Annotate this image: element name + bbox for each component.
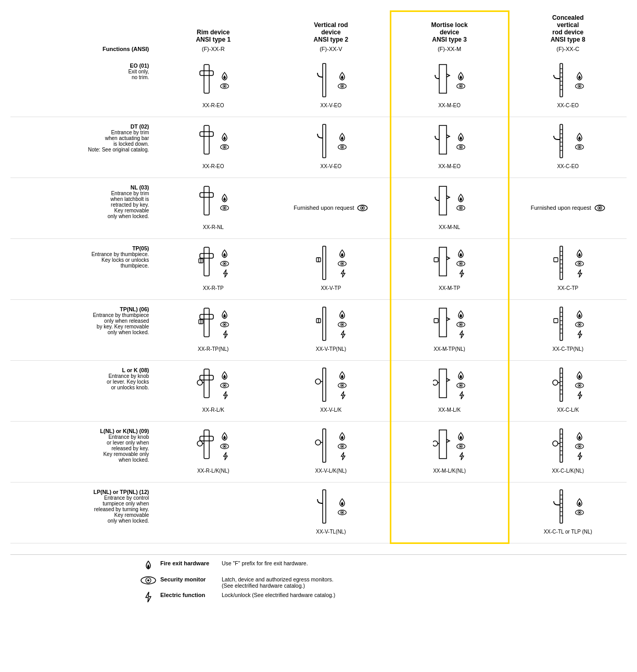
- device-diagram: XX-C-TP(NL): [509, 306, 627, 352]
- function-desc: Entrance by knob or lever only when rele…: [10, 434, 149, 463]
- device-cell-rim: XX-R-TP(NL): [154, 299, 272, 360]
- bolt-indicator-icon: [458, 269, 464, 278]
- fire-indicator-icon: [576, 310, 583, 320]
- device-code: XX-R-TP(NL): [198, 346, 228, 352]
- device-code: XX-V-EO: [321, 103, 342, 108]
- device-cell-concealed: XX-C-TP(NL): [508, 299, 627, 360]
- device-icons: [433, 184, 466, 222]
- device-cell-vert: Furnished upon request: [272, 177, 390, 238]
- fire-indicator-icon: [221, 310, 228, 320]
- svg-point-12: [460, 85, 462, 87]
- svg-rect-110: [434, 319, 438, 323]
- device-icons: [552, 489, 584, 526]
- code-row: Functions (ANSI) (F)-XX-R (F)-XX-V (F)-X…: [10, 46, 627, 56]
- icon-stack: [575, 249, 584, 278]
- icon-stack: [575, 72, 584, 90]
- device-icons: [552, 245, 584, 283]
- device-cell-mortise: XX-M-L/K(NL): [390, 421, 508, 482]
- device-diagram: XX-R-EO: [154, 123, 272, 169]
- fire-indicator-icon: [221, 371, 228, 381]
- svg-marker-126: [578, 331, 582, 338]
- icon-stack: [456, 249, 466, 278]
- svg-point-195: [579, 445, 580, 447]
- device-icons: [197, 245, 230, 283]
- device-drawing: [197, 123, 218, 161]
- icon-stack: [456, 194, 466, 212]
- device-cell-concealed: XX-C-EO: [508, 117, 627, 177]
- device-code: XX-M-NL: [439, 224, 460, 230]
- svg-point-191: [553, 441, 558, 446]
- icon-stack: [456, 133, 466, 151]
- svg-point-213: [147, 579, 149, 581]
- svg-point-80: [460, 262, 462, 264]
- device-code: XX-V-TP: [321, 285, 341, 291]
- device-drawing: [433, 428, 454, 465]
- svg-point-4: [224, 85, 225, 87]
- device-icons: [314, 123, 347, 161]
- bolt-indicator-icon: [339, 391, 346, 400]
- device-icons: [433, 245, 466, 283]
- eye-indicator-icon: [337, 383, 347, 389]
- eye-indicator-icon: [456, 322, 466, 328]
- fire-indicator-icon: [339, 310, 346, 320]
- device-diagram: XX-C-L/K(NL): [509, 428, 627, 474]
- fire-indicator-icon: [576, 72, 583, 82]
- device-cell-mortise: XX-M-TP: [390, 238, 508, 299]
- icon-stack: [220, 72, 230, 90]
- device-drawing: [433, 62, 454, 100]
- svg-marker-75: [341, 270, 345, 277]
- device-code: XX-C-TP(NL): [553, 346, 583, 352]
- security-monitor-icon: [141, 576, 156, 586]
- device-code: XX-C-EO: [557, 163, 579, 169]
- function-label: LP(NL) or TP(NL) (12): [10, 489, 149, 495]
- svg-point-50: [224, 207, 225, 209]
- device-code: XX-R-L/K(NL): [197, 468, 230, 474]
- device-code: XX-C-L/K: [557, 407, 579, 413]
- function-desc: Entrance by thumbpiece only when release…: [10, 312, 149, 335]
- device-diagram: XX-C-TP: [509, 245, 627, 291]
- fire-indicator-icon: [457, 371, 464, 381]
- concealed-code-label: (F)-XX-C: [508, 46, 627, 56]
- eye-indicator-icon: [337, 510, 347, 516]
- svg-point-182: [460, 445, 462, 447]
- eye-indicator-icon: [575, 83, 584, 90]
- fire-desc: Use "F" prefix for fire exit hardware.: [222, 560, 308, 566]
- device-code: XX-V-L/K(NL): [315, 468, 347, 474]
- device-drawing: [314, 367, 335, 404]
- icon-stack: [220, 371, 230, 400]
- device-diagram: XX-M-NL: [391, 184, 508, 230]
- functions-label: Functions (ANSI): [10, 46, 154, 56]
- eye-indicator-icon: [456, 383, 466, 389]
- icon-stack: [337, 72, 347, 90]
- device-drawing: [552, 306, 572, 344]
- svg-rect-135: [323, 368, 326, 401]
- device-cell-mortise: XX-M-EO: [390, 117, 508, 177]
- eye-indicator-icon: [220, 83, 230, 90]
- function-row: L(NL) or K(NL) (09)Entrance by knob or l…: [10, 421, 627, 482]
- function-label: EO (01): [10, 62, 149, 69]
- svg-rect-76: [439, 247, 447, 276]
- svg-point-107: [341, 323, 343, 325]
- svg-rect-128: [200, 375, 213, 380]
- device-drawing: [197, 62, 218, 100]
- icon-stack: [575, 133, 584, 151]
- bolt-indicator-icon: [458, 452, 464, 461]
- eye-indicator-icon: [337, 322, 347, 328]
- eye-indicator-icon: [220, 322, 230, 328]
- icon-stack: [220, 310, 230, 339]
- device-drawing: [433, 184, 454, 222]
- icon-stack: [575, 371, 584, 400]
- svg-rect-54: [439, 186, 447, 215]
- svg-point-113: [460, 323, 462, 325]
- function-row: EO (01)Exit only, no trim. XX-R-EO: [10, 56, 627, 117]
- column-headers: Rim device ANSI type 1 Vertical rod devi…: [10, 11, 627, 46]
- svg-point-60: [599, 207, 601, 209]
- svg-marker-108: [341, 331, 345, 338]
- svg-marker-101: [223, 331, 227, 338]
- icon-stack: [575, 432, 584, 461]
- fire-indicator-icon: [457, 72, 464, 82]
- svg-point-133: [224, 384, 225, 386]
- svg-marker-148: [460, 391, 464, 399]
- security-desc: Latch, device and authorized egress moni…: [222, 576, 334, 589]
- eye-indicator-icon: [337, 83, 347, 90]
